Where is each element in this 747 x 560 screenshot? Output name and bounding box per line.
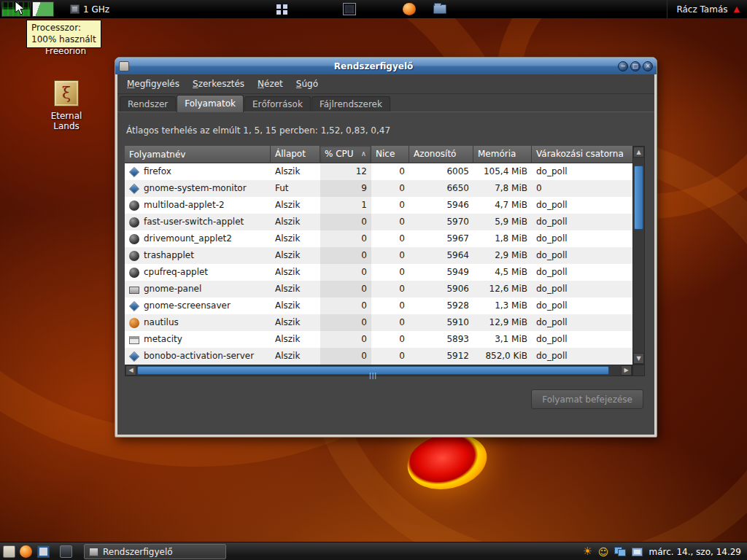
column-header-wchan[interactable]: Várakozási csatorna bbox=[532, 146, 632, 163]
scroll-left-button[interactable]: ◀ bbox=[125, 365, 136, 376]
process-row[interactable]: multiload-applet-2 Alszik 1 0 5946 4,7 M… bbox=[125, 197, 632, 214]
process-wchan: do_poll bbox=[532, 314, 632, 331]
process-row[interactable]: gnome-system-monitor Fut 9 0 6650 7,8 Mi… bbox=[125, 180, 632, 197]
memory-load-graph-applet[interactable] bbox=[32, 1, 54, 17]
display-launcher-icon[interactable] bbox=[343, 3, 356, 15]
user-switcher-applet[interactable]: Rácz Tamás ▲ bbox=[667, 0, 743, 18]
scroll-right-button[interactable]: ▶ bbox=[621, 365, 632, 376]
tab-eroforrasok[interactable]: Erőforrások bbox=[244, 96, 311, 112]
process-row[interactable]: trashapplet Alszik 0 0 5964 2,9 MiB do_p… bbox=[125, 247, 632, 264]
firefox-launcher-icon[interactable] bbox=[403, 3, 416, 15]
menu-megfigyeles[interactable]: Megfigyelés bbox=[120, 75, 186, 93]
process-id: 5946 bbox=[409, 197, 473, 214]
menu-szerkesztes[interactable]: Szerkesztés bbox=[186, 75, 251, 93]
process-row[interactable]: bonobo-activation-server Alszik 0 0 5912… bbox=[125, 348, 632, 365]
process-icon bbox=[129, 336, 139, 344]
cpufreq-applet[interactable]: 1 GHz bbox=[70, 2, 109, 16]
pager-grid-icon[interactable] bbox=[276, 3, 289, 15]
network-tray-icon[interactable] bbox=[614, 547, 626, 556]
column-header-memory[interactable]: Memória bbox=[473, 146, 532, 163]
process-memory: 4,5 MiB bbox=[473, 264, 532, 281]
process-name: multiload-applet-2 bbox=[144, 197, 225, 214]
process-icon bbox=[129, 183, 139, 193]
column-header-state[interactable]: Állapot bbox=[271, 146, 320, 163]
process-state: Alszik bbox=[271, 331, 320, 348]
process-row[interactable]: firefox Alszik 12 0 6005 105,4 MiB do_po… bbox=[125, 163, 632, 180]
screen-taskbar-icon[interactable] bbox=[37, 545, 50, 558]
process-wchan: do_poll bbox=[532, 247, 632, 264]
process-nice: 0 bbox=[371, 331, 409, 348]
process-state: Alszik bbox=[271, 298, 320, 314]
app-taskbar-icon[interactable] bbox=[60, 545, 72, 558]
process-state: Alszik bbox=[271, 230, 320, 247]
process-cpu: 9 bbox=[320, 180, 371, 197]
horizontal-scroll-thumb[interactable]: ||| bbox=[137, 366, 609, 375]
taskbar-window-label: Rendszerfigyelő bbox=[103, 547, 173, 557]
brightness-tray-icon[interactable]: ☀ bbox=[582, 546, 592, 557]
horizontal-scrollbar[interactable]: ◀ ||| ▶ bbox=[125, 365, 632, 376]
close-button[interactable]: × bbox=[643, 61, 653, 71]
process-row[interactable]: cpufreq-applet Alszik 0 0 5949 4,5 MiB d… bbox=[125, 264, 632, 281]
process-state: Alszik bbox=[271, 281, 320, 298]
process-name: gnome-screensaver bbox=[144, 298, 231, 314]
system-tray: ☀ ☺ márc. 14., szo, 14.29 bbox=[582, 542, 741, 560]
process-nice: 0 bbox=[371, 214, 409, 230]
process-row[interactable]: fast-user-switch-applet Alszik 0 0 5970 … bbox=[125, 214, 632, 230]
minimize-button[interactable]: − bbox=[618, 61, 628, 71]
process-nice: 0 bbox=[371, 180, 409, 197]
process-cpu: 0 bbox=[320, 230, 371, 247]
vertical-scroll-thumb[interactable] bbox=[634, 166, 643, 230]
menu-nezet[interactable]: Nézet bbox=[251, 75, 290, 93]
process-row[interactable]: nautilus Alszik 0 0 5910 12,9 MiB do_pol… bbox=[125, 314, 632, 331]
scroll-up-button[interactable]: ▲ bbox=[633, 147, 644, 158]
process-row[interactable]: gnome-screensaver Alszik 0 0 5928 1,3 Mi… bbox=[125, 298, 632, 314]
scroll-down-button[interactable]: ▼ bbox=[633, 353, 644, 364]
system-monitor-window: Rendszerfigyelő − □ × Megfigyelés Szerke… bbox=[115, 57, 657, 438]
process-nice: 0 bbox=[371, 264, 409, 281]
bottom-panel: Rendszerfigyelő ☀ ☺ márc. 14., szo, 14.2… bbox=[0, 542, 747, 560]
titlebar[interactable]: Rendszerfigyelő − □ × bbox=[115, 58, 657, 74]
column-header-cpu[interactable]: % CPU∧ bbox=[320, 146, 371, 163]
end-process-button[interactable]: Folyamat befejezése bbox=[531, 389, 643, 409]
tab-fajlrendszerek[interactable]: Fájlrendszerek bbox=[311, 96, 390, 112]
process-wchan: do_poll bbox=[532, 348, 632, 365]
process-name: gnome-panel bbox=[144, 281, 201, 298]
tab-folyamatok[interactable]: Folyamatok bbox=[177, 95, 244, 112]
process-name: bonobo-activation-server bbox=[144, 348, 254, 365]
clock[interactable]: márc. 14., szo, 14.29 bbox=[649, 547, 741, 557]
cpu-tooltip: Processzor: 100% használt bbox=[26, 20, 101, 48]
process-state: Alszik bbox=[271, 314, 320, 331]
process-cpu: 0 bbox=[320, 264, 371, 281]
tab-strip: Rendszer Folyamatok Erőforrások Fájlrend… bbox=[117, 94, 654, 112]
process-id: 6005 bbox=[409, 163, 473, 180]
process-nice: 0 bbox=[371, 281, 409, 298]
warning-triangle-icon: ▲ bbox=[734, 5, 740, 13]
process-row[interactable]: metacity Alszik 0 0 5893 3,1 MiB do_poll bbox=[125, 331, 632, 348]
process-state: Alszik bbox=[271, 348, 320, 365]
process-memory: 852,0 KiB bbox=[473, 348, 532, 365]
tab-rendszer[interactable]: Rendszer bbox=[120, 96, 176, 112]
column-header-process-name[interactable]: Folyamatnév bbox=[125, 146, 271, 163]
process-wchan: 0 bbox=[532, 180, 632, 197]
status-face-tray-icon[interactable]: ☺ bbox=[598, 547, 609, 557]
column-header-nice[interactable]: Nice bbox=[371, 146, 409, 163]
process-cpu: 0 bbox=[320, 214, 371, 230]
display-tray-icon[interactable] bbox=[632, 548, 643, 556]
column-header-id[interactable]: Azonosító bbox=[409, 146, 473, 163]
vertical-scrollbar[interactable]: ▲ ▼ bbox=[632, 146, 645, 365]
file-manager-launcher-icon[interactable] bbox=[433, 4, 446, 14]
firefox-taskbar-icon[interactable] bbox=[20, 545, 32, 558]
window-menu-icon[interactable] bbox=[119, 61, 129, 71]
show-desktop-icon[interactable] bbox=[3, 545, 15, 558]
process-memory: 2,9 MiB bbox=[473, 247, 532, 264]
process-row[interactable]: drivemount_applet2 Alszik 0 0 5967 1,8 M… bbox=[125, 230, 632, 247]
taskbar-window-button[interactable]: Rendszerfigyelő bbox=[84, 544, 226, 559]
process-wchan: do_poll bbox=[532, 230, 632, 247]
process-row[interactable]: gnome-panel Alszik 0 0 5906 12,6 MiB do_… bbox=[125, 281, 632, 298]
process-nice: 0 bbox=[371, 298, 409, 314]
process-memory: 12,6 MiB bbox=[473, 281, 532, 298]
desktop-icon-eternal-lands[interactable]: Eternal Lands bbox=[38, 80, 95, 131]
process-state: Alszik bbox=[271, 163, 320, 180]
menu-sugo[interactable]: Súgó bbox=[290, 75, 325, 93]
maximize-button[interactable]: □ bbox=[630, 61, 640, 71]
